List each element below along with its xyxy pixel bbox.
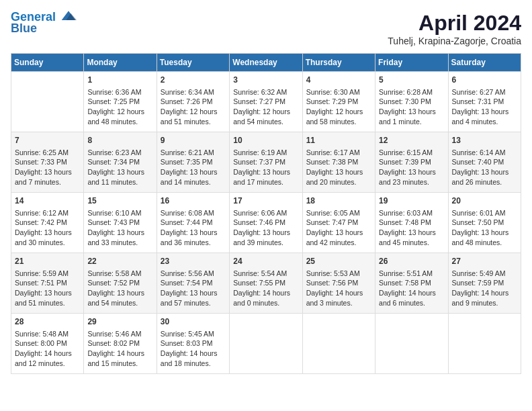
day-info: Sunset: 7:50 PM: [452, 218, 517, 228]
calendar-cell: 7Sunrise: 6:25 AMSunset: 7:33 PMDaylight…: [11, 132, 84, 193]
calendar-cell: 24Sunrise: 5:54 AMSunset: 7:55 PMDayligh…: [230, 253, 302, 314]
day-info: and 42 minutes.: [306, 238, 371, 248]
calendar-cell: [448, 314, 521, 374]
calendar-cell: 25Sunrise: 5:53 AMSunset: 7:56 PMDayligh…: [302, 253, 375, 314]
calendar-cell: 16Sunrise: 6:08 AMSunset: 7:44 PMDayligh…: [157, 193, 229, 253]
calendar-cell: 27Sunrise: 5:49 AMSunset: 7:59 PMDayligh…: [448, 253, 521, 314]
col-header-monday: Monday: [84, 54, 157, 72]
day-info: Sunset: 8:02 PM: [87, 338, 152, 349]
day-info: Daylight: 13 hours: [15, 228, 80, 238]
day-info: Sunrise: 6:27 AM: [452, 87, 517, 97]
day-info: and 48 minutes.: [87, 117, 152, 127]
day-info: Daylight: 13 hours: [452, 107, 517, 117]
day-number: 25: [306, 256, 371, 267]
day-info: Daylight: 13 hours: [233, 167, 298, 177]
day-info: Sunset: 7:59 PM: [452, 278, 517, 288]
day-number: 18: [306, 195, 371, 207]
calendar-cell: 10Sunrise: 6:19 AMSunset: 7:37 PMDayligh…: [230, 132, 302, 193]
day-info: Sunrise: 5:53 AM: [306, 269, 371, 279]
day-number: 1: [87, 75, 152, 86]
week-row-2: 7Sunrise: 6:25 AMSunset: 7:33 PMDaylight…: [11, 132, 521, 193]
day-number: 26: [379, 256, 444, 267]
calendar-header-row: SundayMondayTuesdayWednesdayThursdayFrid…: [11, 54, 521, 72]
day-info: Sunset: 7:37 PM: [233, 157, 298, 167]
day-number: 17: [233, 195, 298, 207]
week-row-3: 14Sunrise: 6:12 AMSunset: 7:42 PMDayligh…: [11, 193, 521, 253]
day-info: Sunrise: 6:05 AM: [306, 208, 371, 218]
logo: General Blue: [11, 11, 77, 36]
calendar-cell: 3Sunrise: 6:32 AMSunset: 7:27 PMDaylight…: [230, 72, 302, 132]
day-info: Sunrise: 5:45 AM: [161, 329, 226, 339]
calendar-cell: [230, 314, 302, 374]
day-info: Daylight: 13 hours: [87, 228, 152, 238]
week-row-5: 28Sunrise: 5:48 AMSunset: 8:00 PMDayligh…: [11, 314, 521, 374]
calendar-cell: 15Sunrise: 6:10 AMSunset: 7:43 PMDayligh…: [84, 193, 157, 253]
day-info: Sunrise: 5:56 AM: [161, 269, 226, 279]
day-info: and 14 minutes.: [161, 177, 226, 187]
day-info: and 0 minutes.: [233, 298, 298, 308]
calendar-cell: 9Sunrise: 6:21 AMSunset: 7:35 PMDaylight…: [157, 132, 229, 193]
day-info: Sunset: 7:42 PM: [15, 218, 80, 228]
calendar-cell: 4Sunrise: 6:30 AMSunset: 7:29 PMDaylight…: [302, 72, 375, 132]
day-info: Sunset: 7:55 PM: [233, 278, 298, 288]
day-info: Sunrise: 6:17 AM: [306, 148, 371, 158]
day-info: Sunrise: 6:01 AM: [452, 208, 517, 218]
day-info: Sunrise: 6:19 AM: [233, 148, 298, 158]
day-number: 28: [15, 316, 80, 328]
day-info: and 18 minutes.: [161, 359, 226, 369]
day-info: and 17 minutes.: [233, 177, 298, 187]
day-info: and 12 minutes.: [15, 359, 80, 369]
calendar-table: SundayMondayTuesdayWednesdayThursdayFrid…: [11, 53, 521, 374]
day-info: and 20 minutes.: [306, 177, 371, 187]
day-number: 13: [452, 135, 517, 146]
day-info: Daylight: 13 hours: [379, 228, 444, 238]
day-info: and 9 minutes.: [452, 298, 517, 308]
day-number: 5: [379, 75, 444, 86]
day-info: Sunrise: 5:58 AM: [87, 269, 152, 279]
day-info: Daylight: 13 hours: [161, 228, 226, 238]
day-info: and 23 minutes.: [379, 177, 444, 187]
day-info: Sunset: 7:38 PM: [306, 157, 371, 167]
calendar-cell: 13Sunrise: 6:14 AMSunset: 7:40 PMDayligh…: [448, 132, 521, 193]
day-info: and 48 minutes.: [452, 238, 517, 248]
calendar-cell: 29Sunrise: 5:46 AMSunset: 8:02 PMDayligh…: [84, 314, 157, 374]
calendar-cell: [375, 314, 448, 374]
day-info: Sunrise: 5:51 AM: [379, 269, 444, 279]
day-info: Sunset: 7:34 PM: [87, 157, 152, 167]
day-info: Sunset: 7:44 PM: [161, 218, 226, 228]
col-header-friday: Friday: [375, 54, 448, 72]
day-info: Sunrise: 6:08 AM: [161, 208, 226, 218]
day-info: and 4 minutes.: [452, 117, 517, 127]
day-info: Sunrise: 6:28 AM: [379, 87, 444, 97]
calendar-cell: 28Sunrise: 5:48 AMSunset: 8:00 PMDayligh…: [11, 314, 84, 374]
day-number: 19: [379, 195, 444, 207]
calendar-cell: 2Sunrise: 6:34 AMSunset: 7:26 PMDaylight…: [157, 72, 229, 132]
day-info: Sunset: 7:27 PM: [233, 97, 298, 107]
day-info: Daylight: 14 hours: [306, 288, 371, 298]
day-info: Daylight: 12 hours: [306, 107, 371, 117]
day-info: and 45 minutes.: [379, 238, 444, 248]
day-info: and 54 minutes.: [233, 117, 298, 127]
day-info: Sunrise: 6:36 AM: [87, 87, 152, 97]
day-info: Daylight: 14 hours: [452, 288, 517, 298]
calendar-body: 1Sunrise: 6:36 AMSunset: 7:25 PMDaylight…: [11, 72, 521, 374]
day-info: Sunrise: 6:23 AM: [87, 148, 152, 158]
day-info: and 11 minutes.: [87, 177, 152, 187]
day-number: 30: [161, 316, 226, 328]
day-info: Sunrise: 6:15 AM: [379, 148, 444, 158]
day-info: and 6 minutes.: [379, 298, 444, 308]
calendar-cell: 21Sunrise: 5:59 AMSunset: 7:51 PMDayligh…: [11, 253, 84, 314]
day-info: Sunset: 7:39 PM: [379, 157, 444, 167]
day-info: and 1 minute.: [379, 117, 444, 127]
day-info: Sunrise: 6:10 AM: [87, 208, 152, 218]
day-info: Sunrise: 6:03 AM: [379, 208, 444, 218]
day-info: Sunset: 7:40 PM: [452, 157, 517, 167]
day-info: Sunset: 7:54 PM: [161, 278, 226, 288]
week-row-1: 1Sunrise: 6:36 AMSunset: 7:25 PMDaylight…: [11, 72, 521, 132]
calendar-cell: 30Sunrise: 5:45 AMSunset: 8:03 PMDayligh…: [157, 314, 229, 374]
day-info: Daylight: 13 hours: [306, 228, 371, 238]
day-info: and 39 minutes.: [233, 238, 298, 248]
day-number: 8: [87, 135, 152, 146]
day-number: 20: [452, 195, 517, 207]
day-info: Sunrise: 6:06 AM: [233, 208, 298, 218]
